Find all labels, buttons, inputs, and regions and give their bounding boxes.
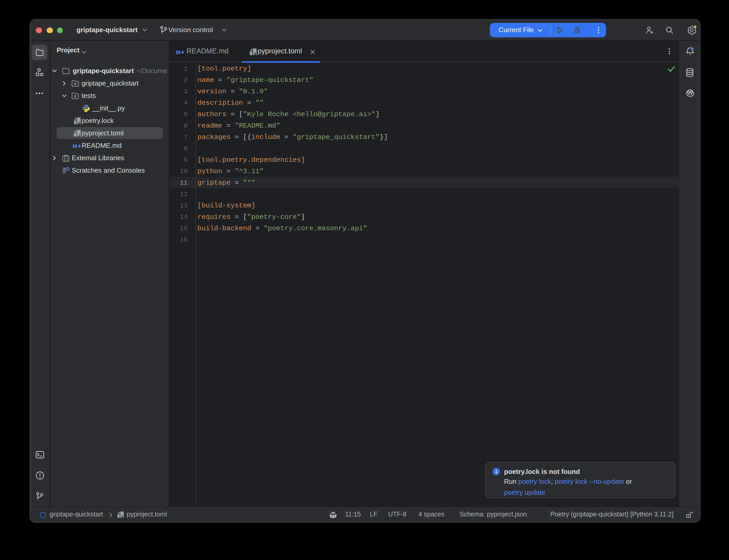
svg-text:M: M (176, 49, 180, 55)
svg-text:M: M (73, 143, 77, 149)
